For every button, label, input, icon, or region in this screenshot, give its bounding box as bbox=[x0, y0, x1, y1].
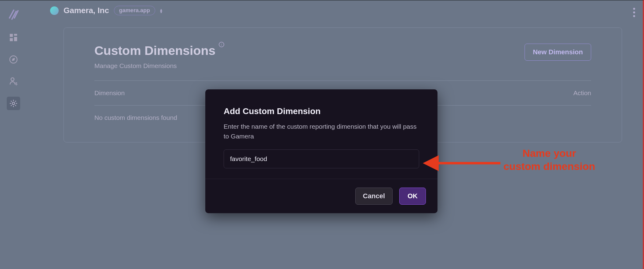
modal-overlay: Add Custom Dimension Enter the name of t… bbox=[0, 0, 643, 269]
dimension-name-input[interactable] bbox=[230, 155, 413, 163]
cancel-button[interactable]: Cancel bbox=[355, 188, 393, 205]
modal-description: Enter the name of the custom reporting d… bbox=[224, 122, 419, 141]
dimension-name-input-wrap[interactable] bbox=[224, 149, 419, 168]
modal-title: Add Custom Dimension bbox=[224, 106, 419, 116]
ok-button[interactable]: OK bbox=[399, 188, 426, 205]
add-custom-dimension-modal: Add Custom Dimension Enter the name of t… bbox=[205, 89, 437, 213]
